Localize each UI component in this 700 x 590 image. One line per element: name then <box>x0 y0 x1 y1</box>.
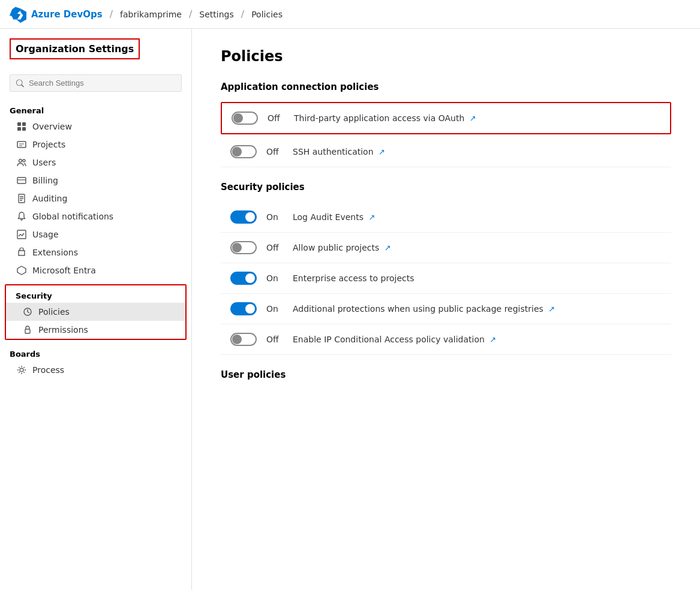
ssh-toggle-thumb <box>232 147 242 156</box>
process-icon <box>17 365 26 375</box>
enterprise-access-state-label: On <box>266 273 283 283</box>
policy-row-enterprise-access: On Enterprise access to projects <box>221 263 671 294</box>
svg-rect-3 <box>22 127 26 131</box>
users-icon <box>17 158 26 167</box>
user-policies-section-title: User policies <box>221 369 671 380</box>
package-registries-policy-link[interactable]: ↗ <box>548 305 555 314</box>
sidebar-item-overview[interactable]: Overview <box>0 118 191 136</box>
sidebar-item-policies[interactable]: Policies <box>6 303 185 321</box>
package-registries-toggle[interactable] <box>230 302 257 315</box>
ip-conditional-toggle[interactable] <box>230 333 257 346</box>
ip-conditional-state-label: Off <box>266 335 283 344</box>
package-registries-toggle-thumb <box>245 304 255 314</box>
policy-row-ip-conditional: Off Enable IP Conditional Access policy … <box>221 324 671 355</box>
billing-icon <box>17 176 26 185</box>
ssh-state-label: Off <box>266 147 283 156</box>
billing-label: Billing <box>32 176 58 185</box>
sidebar-item-microsoft-entra[interactable]: Microsoft Entra <box>0 261 191 279</box>
ssh-policy-link[interactable]: ↗ <box>378 148 385 156</box>
topbar: Azure DevOps / fabrikamprime / Settings … <box>0 0 700 29</box>
users-label: Users <box>32 158 56 167</box>
auditing-label: Auditing <box>32 194 67 203</box>
ssh-policy-name: SSH authentication ↗ <box>293 147 385 156</box>
entra-icon <box>17 266 26 275</box>
package-registries-policy-name: Additional protections when using public… <box>293 304 555 314</box>
ip-conditional-policy-link[interactable]: ↗ <box>489 335 496 344</box>
svg-rect-9 <box>17 230 26 239</box>
org-settings-title: Organization Settings <box>10 38 140 59</box>
project-icon <box>17 140 26 149</box>
policy-icon <box>23 307 32 317</box>
main-content: Policies Application connection policies… <box>192 29 700 590</box>
security-section-label: Security <box>6 285 185 303</box>
log-audit-state-label: On <box>266 212 283 222</box>
public-projects-toggle[interactable] <box>230 241 257 254</box>
public-projects-policy-name: Allow public projects ↗ <box>293 243 391 252</box>
log-audit-toggle[interactable] <box>230 210 257 224</box>
oauth-policy-name: Third-party application access via OAuth… <box>294 113 476 123</box>
sidebar-item-extensions[interactable]: Extensions <box>0 243 191 261</box>
enterprise-access-toggle-track[interactable] <box>230 272 257 285</box>
settings-link[interactable]: Settings <box>199 10 233 19</box>
svg-point-6 <box>23 159 25 162</box>
svg-rect-7 <box>17 177 26 183</box>
package-registries-state-label: On <box>266 304 283 314</box>
ip-conditional-policy-name: Enable IP Conditional Access policy vali… <box>293 335 496 344</box>
boards-section-label: Boards <box>0 342 191 361</box>
bell-icon <box>17 212 26 221</box>
ip-conditional-toggle-track[interactable] <box>230 333 257 346</box>
search-settings-box[interactable] <box>10 74 182 92</box>
sidebar-item-global-notifications[interactable]: Global notifications <box>0 207 191 225</box>
svg-rect-2 <box>17 127 21 131</box>
svg-point-13 <box>20 368 23 372</box>
log-audit-policy-link[interactable]: ↗ <box>368 213 375 222</box>
ssh-toggle[interactable] <box>230 145 257 158</box>
app-connection-section: Application connection policies Off Thir… <box>221 82 671 167</box>
ssh-toggle-track[interactable] <box>230 145 257 158</box>
sidebar-item-users[interactable]: Users <box>0 153 191 171</box>
sidebar-item-usage[interactable]: Usage <box>0 225 191 243</box>
package-registries-toggle-track[interactable] <box>230 302 257 315</box>
policy-row-ssh: Off SSH authentication ↗ <box>221 137 671 167</box>
general-section-label: General <box>0 99 191 118</box>
separator-2: / <box>189 8 192 20</box>
org-name[interactable]: fabrikamprime <box>120 10 182 19</box>
enterprise-access-toggle[interactable] <box>230 272 257 285</box>
svg-marker-10 <box>17 266 26 275</box>
svg-rect-1 <box>22 122 26 126</box>
public-projects-policy-link[interactable]: ↗ <box>384 243 391 252</box>
sidebar-item-billing[interactable]: Billing <box>0 171 191 189</box>
brand-name[interactable]: Azure DevOps <box>31 9 103 20</box>
sidebar: Organization Settings General Overview P… <box>0 29 192 590</box>
oauth-toggle-track[interactable] <box>232 112 258 125</box>
svg-point-5 <box>19 159 22 162</box>
enterprise-access-policy-name: Enterprise access to projects <box>293 273 414 283</box>
sidebar-item-process[interactable]: Process <box>0 361 191 379</box>
grid-icon <box>17 122 26 131</box>
log-audit-toggle-track[interactable] <box>230 210 257 224</box>
sidebar-item-auditing[interactable]: Auditing <box>0 189 191 207</box>
policy-row-oauth: Off Third-party application access via O… <box>221 102 671 134</box>
search-input[interactable] <box>29 79 175 88</box>
policy-row-log-audit: On Log Audit Events ↗ <box>221 202 671 233</box>
public-projects-toggle-track[interactable] <box>230 241 257 254</box>
microsoft-entra-label: Microsoft Entra <box>32 266 96 275</box>
global-notifications-label: Global notifications <box>32 212 113 221</box>
ip-conditional-toggle-thumb <box>232 335 242 344</box>
page-title: Policies <box>221 48 671 65</box>
azure-devops-logo <box>10 6 26 23</box>
oauth-toggle[interactable] <box>232 112 258 125</box>
policy-row-public-projects: Off Allow public projects ↗ <box>221 233 671 263</box>
policy-row-package-registries: On Additional protections when using pub… <box>221 294 671 324</box>
oauth-policy-link[interactable]: ↗ <box>470 114 476 123</box>
security-section-box: Security Policies Permissions <box>5 284 187 340</box>
layout: Organization Settings General Overview P… <box>0 29 700 590</box>
sidebar-item-projects[interactable]: Projects <box>0 136 191 153</box>
oauth-state-label: Off <box>268 113 284 123</box>
usage-icon <box>17 230 26 239</box>
sidebar-item-permissions[interactable]: Permissions <box>6 321 185 339</box>
policies-label: Policies <box>38 307 70 317</box>
public-projects-toggle-thumb <box>232 243 242 252</box>
security-section-title: Security policies <box>221 182 671 192</box>
oauth-toggle-thumb <box>233 113 243 123</box>
